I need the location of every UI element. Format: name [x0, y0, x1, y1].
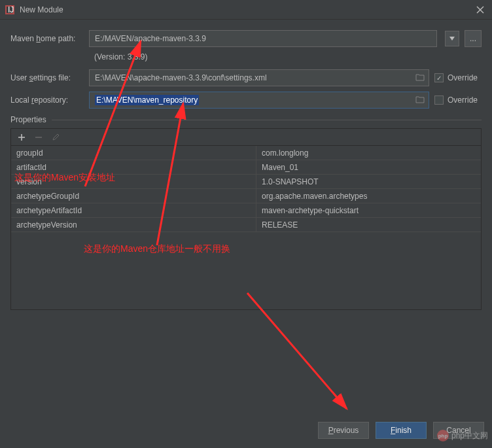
table-row[interactable]: archetypeArtifactIdmaven-archetype-quick… — [11, 203, 481, 218]
property-key: archetypeGroupId — [11, 189, 256, 203]
content-area: Maven home path: E:/MAVEN/apache-maven-3… — [0, 20, 492, 310]
local-repo-override[interactable]: Override — [434, 95, 482, 105]
maven-home-browse-button[interactable]: ... — [465, 30, 482, 47]
table-row[interactable]: archetypeVersionRELEASE — [11, 218, 481, 232]
remove-icon[interactable] — [33, 132, 44, 143]
local-repo-value: E:\MAVEN\maven_repository — [95, 95, 199, 105]
table-row[interactable]: artifactIdMaven_01 — [11, 160, 481, 175]
svg-marker-5 — [449, 37, 455, 41]
maven-home-combo[interactable]: E:/MAVEN/apache-maven-3.3.9 — [89, 30, 437, 47]
table-row[interactable]: archetypeGroupIdorg.apache.maven.archety… — [11, 189, 481, 203]
property-value: org.apache.maven.archetypes — [256, 192, 481, 201]
properties-body: groupIdcom.longlongartifactIdMaven_01ver… — [11, 146, 481, 309]
table-row[interactable]: groupIdcom.longlong — [11, 146, 481, 160]
checkbox-icon — [434, 95, 444, 105]
finish-button[interactable]: Finish — [376, 422, 427, 439]
properties-header: Properties — [10, 115, 482, 124]
properties-toolbar — [11, 129, 481, 146]
property-value: maven-archetype-quickstart — [256, 206, 481, 215]
property-key: archetypeArtifactId — [11, 203, 256, 217]
table-row[interactable]: version1.0-SNAPSHOT — [11, 175, 481, 189]
user-settings-override[interactable]: Override — [434, 73, 482, 82]
override-label: Override — [448, 95, 478, 105]
property-key: groupId — [11, 146, 256, 160]
previous-button[interactable]: Previous — [318, 422, 369, 439]
property-value: RELEASE — [256, 220, 481, 230]
properties-table: groupIdcom.longlongartifactIdMaven_01ver… — [10, 128, 482, 310]
svg-line-14 — [247, 293, 347, 409]
folder-icon[interactable] — [415, 73, 425, 83]
checkbox-icon — [434, 73, 444, 82]
property-value: com.longlong — [256, 148, 481, 158]
maven-home-label: Maven home path: — [10, 34, 84, 43]
property-value: Maven_01 — [256, 163, 481, 172]
property-value: 1.0-SNAPSHOT — [256, 177, 481, 186]
property-key: artifactId — [11, 160, 256, 174]
footer-buttons: Previous Finish Cancel — [318, 422, 484, 439]
override-label: Override — [448, 73, 478, 82]
user-settings-value: E:\MAVEN\apache-maven-3.3.9\conf\setting… — [95, 73, 267, 82]
user-settings-label: User settings file: — [10, 73, 84, 82]
maven-version-text: (Version: 3.3.9) — [10, 52, 482, 61]
cancel-button[interactable]: Cancel — [433, 422, 484, 439]
maven-home-value: E:/MAVEN/apache-maven-3.3.9 — [95, 34, 206, 43]
app-icon: IJ — [5, 5, 14, 14]
property-key: archetypeVersion — [11, 218, 256, 232]
add-icon[interactable] — [16, 132, 27, 143]
window-title: New Module — [20, 5, 63, 14]
title-bar: IJ New Module — [0, 0, 492, 20]
close-button[interactable] — [474, 3, 487, 16]
edit-icon[interactable] — [50, 132, 61, 143]
local-repo-input[interactable]: E:\MAVEN\maven_repository — [89, 92, 429, 109]
user-settings-input[interactable]: E:\MAVEN\apache-maven-3.3.9\conf\setting… — [89, 69, 429, 86]
svg-text:IJ: IJ — [8, 5, 14, 14]
folder-icon[interactable] — [415, 95, 425, 105]
maven-home-dropdown-arrow[interactable] — [445, 31, 459, 46]
property-key: version — [11, 175, 256, 188]
local-repo-label: Local repository: — [10, 95, 84, 105]
